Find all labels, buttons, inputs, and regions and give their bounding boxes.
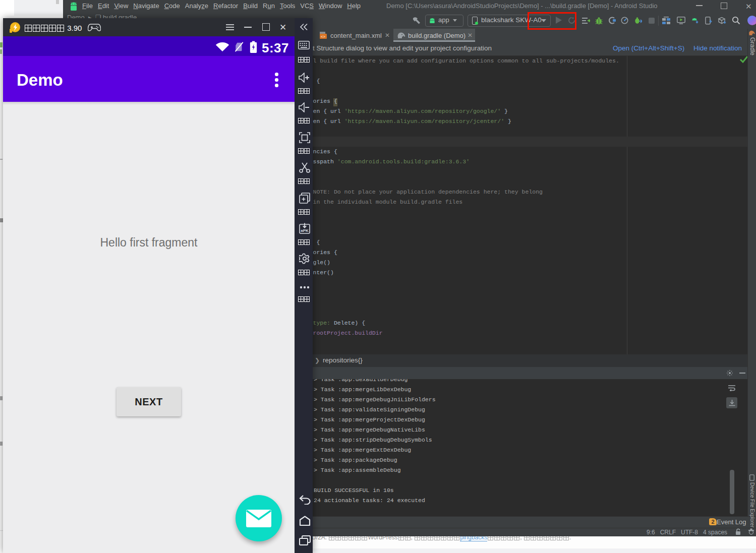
- svg-text:<>: <>: [321, 35, 326, 39]
- svg-text:aPK: aPK: [301, 228, 309, 233]
